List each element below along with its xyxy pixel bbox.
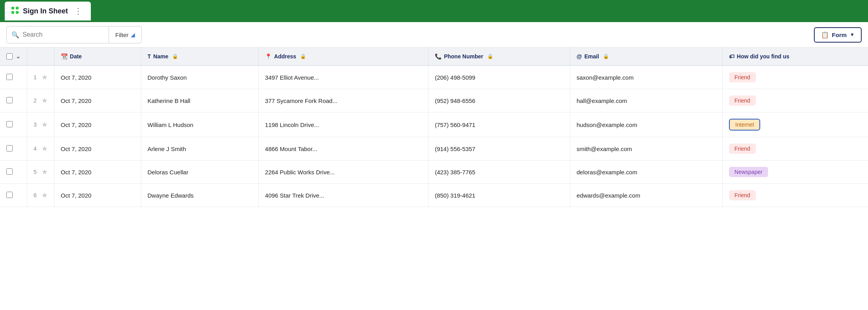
row-how-cell[interactable]: Friend: [722, 89, 868, 112]
row-date-cell[interactable]: Oct 7, 2020: [54, 89, 141, 112]
row-address-cell[interactable]: 2264 Public Works Drive...: [259, 161, 428, 184]
row-name-cell[interactable]: Arlene J Smith: [141, 137, 259, 161]
chevron-down-icon[interactable]: ⌄: [16, 53, 21, 60]
filter-button[interactable]: Filter ◢: [109, 26, 142, 43]
row-phone-cell[interactable]: (757) 560-9471: [428, 112, 570, 137]
row-address-cell[interactable]: 3497 Elliot Avenue...: [259, 65, 428, 89]
row-phone-cell[interactable]: (952) 948-6556: [428, 89, 570, 112]
row-name-cell[interactable]: Dwayne Edwards: [141, 184, 259, 207]
row-how-cell[interactable]: Newspaper: [722, 161, 868, 184]
row-number-cell: 6 ★: [27, 184, 54, 207]
row-phone-cell[interactable]: (850) 319-4621: [428, 184, 570, 207]
row-checkbox[interactable]: [6, 97, 13, 103]
at-icon: @: [577, 53, 582, 60]
table-container: ⌄ 📆 Date T Name 🔒: [0, 48, 868, 207]
row-name-cell[interactable]: Katherine B Hall: [141, 89, 259, 112]
pin-icon: 📍: [265, 53, 272, 60]
filter-label: Filter: [115, 32, 128, 38]
row-address-cell[interactable]: 4866 Mount Tabor...: [259, 137, 428, 161]
row-number: 1: [34, 74, 37, 80]
row-check-cell: [0, 65, 27, 89]
col-email-label: Email: [584, 53, 599, 60]
col-header-how: 🏷 How did you find us: [722, 48, 868, 65]
star-icon[interactable]: ★: [41, 73, 48, 82]
select-all-checkbox[interactable]: [6, 53, 13, 60]
lock-icon: 🔒: [487, 54, 493, 59]
row-date-cell[interactable]: Oct 7, 2020: [54, 161, 141, 184]
row-how-cell[interactable]: Internet: [722, 112, 868, 137]
row-number-cell: 3 ★: [27, 112, 54, 137]
row-date-cell[interactable]: Oct 7, 2020: [54, 137, 141, 161]
row-address-cell[interactable]: 1198 Lincoln Drive...: [259, 112, 428, 137]
star-icon[interactable]: ★: [41, 191, 48, 200]
row-address-cell[interactable]: 4096 Star Trek Drive...: [259, 184, 428, 207]
row-date-cell[interactable]: Oct 7, 2020: [54, 112, 141, 137]
star-icon[interactable]: ★: [41, 144, 48, 153]
how-tag: Friend: [729, 72, 756, 82]
search-container: 🔍: [6, 26, 109, 43]
form-icon: 📋: [821, 31, 829, 39]
row-check-cell: [0, 89, 27, 112]
table-body: 1 ★ Oct 7, 2020Dorothy Saxon3497 Elliot …: [0, 65, 868, 207]
row-check-cell: [0, 137, 27, 161]
col-header-rownum: [27, 48, 54, 65]
row-number: 6: [34, 192, 37, 198]
row-number-cell: 1 ★: [27, 65, 54, 89]
row-number-cell: 4 ★: [27, 137, 54, 161]
row-email-cell[interactable]: deloras@example.com: [570, 161, 723, 184]
row-date-cell[interactable]: Oct 7, 2020: [54, 184, 141, 207]
row-how-cell[interactable]: Friend: [722, 65, 868, 89]
row-check-cell: [0, 161, 27, 184]
how-tag: Internet: [729, 119, 760, 131]
row-checkbox[interactable]: [6, 121, 13, 127]
col-date-label: Date: [70, 53, 82, 60]
row-date-cell[interactable]: Oct 7, 2020: [54, 65, 141, 89]
row-checkbox[interactable]: [6, 145, 13, 151]
star-icon[interactable]: ★: [41, 168, 48, 176]
table-header-row: ⌄ 📆 Date T Name 🔒: [0, 48, 868, 65]
row-email-cell[interactable]: hudson@example.com: [570, 112, 723, 137]
row-name-cell[interactable]: William L Hudson: [141, 112, 259, 137]
table-row: 3 ★ Oct 7, 2020William L Hudson1198 Linc…: [0, 112, 868, 137]
sheet-title: Sign In Sheet: [23, 7, 68, 15]
row-checkbox[interactable]: [6, 74, 13, 80]
svg-rect-2: [11, 11, 14, 14]
row-checkbox[interactable]: [6, 168, 13, 175]
svg-rect-3: [16, 11, 19, 14]
row-name-cell[interactable]: Dorothy Saxon: [141, 65, 259, 89]
col-phone-label: Phone Number: [444, 53, 483, 60]
row-how-cell[interactable]: Friend: [722, 184, 868, 207]
more-options-icon[interactable]: ⋮: [72, 6, 85, 17]
row-how-cell[interactable]: Friend: [722, 137, 868, 161]
star-icon[interactable]: ★: [41, 120, 48, 129]
row-address-cell[interactable]: 377 Sycamore Fork Road...: [259, 89, 428, 112]
row-checkbox[interactable]: [6, 192, 13, 198]
app-header: Sign In Sheet ⋮: [0, 0, 868, 22]
col-address-label: Address: [274, 53, 296, 60]
row-number: 4: [34, 146, 37, 152]
search-icon: 🔍: [11, 31, 19, 39]
row-name-cell[interactable]: Deloras Cuellar: [141, 161, 259, 184]
row-email-cell[interactable]: smith@example.com: [570, 137, 723, 161]
how-tag: Friend: [729, 95, 756, 106]
search-input[interactable]: [23, 31, 104, 38]
table-row: 2 ★ Oct 7, 2020Katherine B Hall377 Sycam…: [0, 89, 868, 112]
col-header-check: ⌄: [0, 48, 27, 65]
star-icon[interactable]: ★: [41, 96, 48, 105]
row-number: 5: [34, 169, 37, 175]
row-number: 3: [34, 121, 37, 128]
lock-icon: 🔒: [172, 54, 178, 59]
row-number: 2: [34, 97, 37, 104]
phone-icon: 📞: [435, 53, 442, 60]
form-button[interactable]: 📋 Form ▼: [814, 27, 862, 43]
row-check-cell: [0, 112, 27, 137]
row-email-cell[interactable]: hall@example.com: [570, 89, 723, 112]
row-phone-cell[interactable]: (914) 556-5357: [428, 137, 570, 161]
svg-rect-1: [16, 7, 19, 9]
row-phone-cell[interactable]: (206) 498-5099: [428, 65, 570, 89]
col-header-date: 📆 Date: [54, 48, 141, 65]
row-email-cell[interactable]: saxon@example.com: [570, 65, 723, 89]
row-phone-cell[interactable]: (423) 385-7765: [428, 161, 570, 184]
row-email-cell[interactable]: edwards@example.com: [570, 184, 723, 207]
how-tag: Friend: [729, 144, 756, 154]
